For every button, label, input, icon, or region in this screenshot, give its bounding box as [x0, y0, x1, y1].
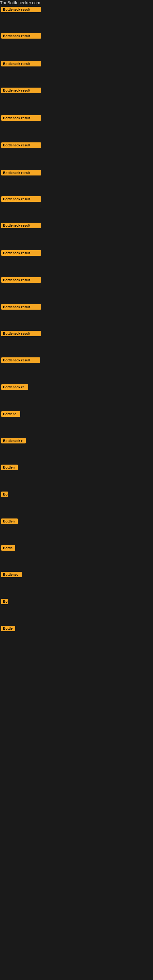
bottleneck-badge[interactable]: Bottle: [1, 626, 15, 631]
bottleneck-badge[interactable]: Bottleneck result: [1, 115, 41, 121]
results-container: Bottleneck resultBottleneck resultBottle…: [0, 5, 153, 955]
result-row: Bottlen: [0, 517, 19, 527]
result-row: Bottlenec: [0, 571, 23, 580]
bottleneck-badge[interactable]: Bo: [1, 599, 8, 604]
bottleneck-badge[interactable]: Bottleneck result: [1, 142, 41, 148]
result-row: Bottleneck result: [0, 114, 42, 123]
result-row: Bottlene: [0, 410, 21, 419]
result-row: Bottlen: [0, 463, 19, 473]
result-row: Bottleneck result: [0, 5, 42, 15]
bottleneck-badge[interactable]: Bottleneck result: [1, 331, 41, 336]
site-header: TheBottlenecker.com: [0, 0, 153, 5]
bottleneck-badge[interactable]: Bottleneck result: [1, 223, 41, 228]
result-row: Bottleneck re: [0, 383, 29, 392]
result-row: Bottle: [0, 544, 16, 553]
bottleneck-badge[interactable]: Bottleneck result: [1, 61, 41, 67]
bottleneck-badge[interactable]: Bottleneck result: [1, 250, 41, 256]
result-row: Bottleneck result: [0, 329, 42, 339]
bottleneck-badge[interactable]: Bottlene: [1, 411, 20, 417]
bottleneck-badge[interactable]: Bottlen: [1, 465, 18, 470]
bottleneck-badge[interactable]: Bottleneck result: [1, 196, 41, 202]
bottleneck-badge[interactable]: Bottleneck result: [1, 170, 41, 175]
result-row: Bottleneck result: [0, 303, 42, 312]
bottleneck-badge[interactable]: Bottleneck re: [1, 384, 28, 390]
bottleneck-badge[interactable]: Bottlen: [1, 519, 18, 524]
bottleneck-badge[interactable]: Bottleneck result: [1, 7, 41, 12]
result-row: Bottleneck result: [0, 221, 42, 231]
result-row: Bo: [0, 490, 9, 500]
bottleneck-badge[interactable]: Bottleneck result: [1, 304, 41, 310]
result-row: Bottleneck r: [0, 437, 27, 446]
result-row: Bottleneck result: [0, 141, 42, 150]
result-row: Bo: [0, 598, 9, 607]
bottleneck-badge[interactable]: Bottleneck result: [1, 357, 40, 363]
bottleneck-badge[interactable]: Bottleneck r: [1, 438, 26, 444]
result-row: Bottleneck result: [0, 60, 42, 69]
result-row: Bottleneck result: [0, 86, 42, 95]
bottleneck-badge[interactable]: Bottleneck result: [1, 33, 41, 38]
result-row: Bottleneck result: [0, 32, 42, 41]
result-row: Bottle: [0, 624, 16, 634]
bottleneck-badge[interactable]: Bottle: [1, 545, 15, 550]
bottleneck-badge[interactable]: Bottlenec: [1, 572, 22, 577]
result-row: Bottleneck result: [0, 356, 41, 365]
bottleneck-badge[interactable]: Bottleneck result: [1, 277, 41, 283]
result-row: Bottleneck result: [0, 276, 42, 285]
result-row: Bottleneck result: [0, 249, 42, 258]
result-row: Bottleneck result: [0, 169, 42, 178]
bottleneck-badge[interactable]: Bottleneck result: [1, 88, 41, 93]
result-row: Bottleneck result: [0, 195, 42, 204]
bottleneck-badge[interactable]: Bo: [1, 492, 8, 497]
